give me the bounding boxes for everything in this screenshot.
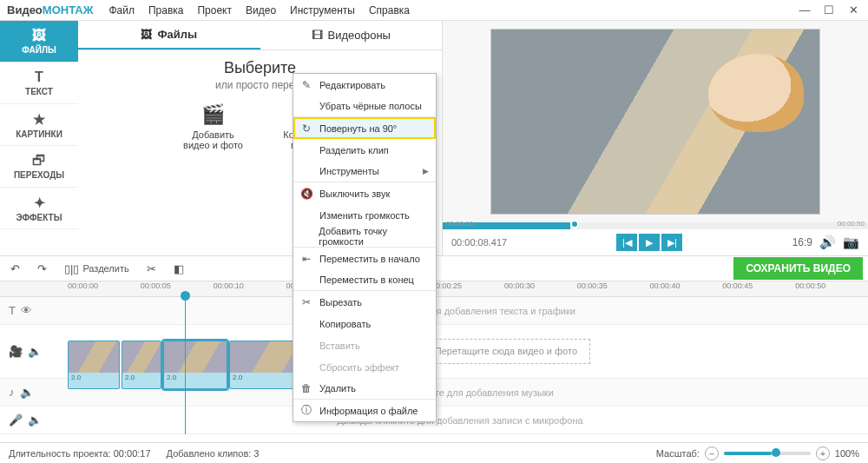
ctx-item-15[interactable]: ⓘИнформация о файле xyxy=(293,400,436,421)
ctx-item-9[interactable]: Переместить в конец xyxy=(293,269,436,291)
ctx-item-13: Сбросить эффект xyxy=(293,356,436,378)
chevron-right-icon: ▶ xyxy=(423,167,429,175)
mic-track-hint: Дважды кликните для добавления записи с … xyxy=(52,415,868,426)
side-tab-files[interactable]: 🖼ФАЙЛЫ xyxy=(0,21,78,63)
ctx-item-2[interactable]: ↻Повернуть на 90° xyxy=(293,117,436,139)
logo-part1: Видео xyxy=(7,3,43,17)
menu-video[interactable]: Видео xyxy=(246,4,276,17)
pictures-icon: ★ xyxy=(33,111,45,128)
ctx-item-7[interactable]: Добавить точку громкости xyxy=(293,226,436,248)
snapshot-icon[interactable]: 📷 xyxy=(843,235,859,250)
mute-icon[interactable]: 🔈 xyxy=(28,413,42,427)
reel-icon: 🎬 xyxy=(201,103,225,126)
play-button[interactable]: ▶ xyxy=(639,234,660,251)
menu-help[interactable]: Справка xyxy=(369,4,410,17)
ctx-item-4[interactable]: Инструменты▶ xyxy=(293,161,436,182)
project-duration: 00:00:17 xyxy=(114,448,151,459)
save-video-button[interactable]: СОХРАНИТЬ ВИДЕО xyxy=(733,257,863,280)
ctx-item-8[interactable]: ⇤Переместить в начало xyxy=(293,248,436,269)
side-tabs: 🖼ФАЙЛЫTТЕКСТ★КАРТИНКИ🗗ПЕРЕХОДЫ✦ЭФФЕКТЫ xyxy=(0,21,78,255)
ctx-item-6[interactable]: Изменить громкость xyxy=(293,204,436,226)
text-track-icon: T xyxy=(9,304,16,317)
files-icon: 🖼 xyxy=(32,28,46,43)
zoom-value: 100% xyxy=(835,448,859,459)
minimize-icon[interactable]: — xyxy=(797,3,812,17)
clip-2[interactable]: 2.0 xyxy=(163,341,227,389)
menu-project[interactable]: Проект xyxy=(197,4,232,17)
prev-frame-button[interactable]: |◀ xyxy=(616,234,637,251)
film-icon: 🎞 xyxy=(312,29,323,42)
mic-track-icon: 🎤 xyxy=(9,413,23,427)
side-tab-effects[interactable]: ✦ЭФФЕКТЫ xyxy=(0,188,78,229)
crop-button[interactable]: ◧ xyxy=(168,261,189,277)
undo-button[interactable]: ↶ xyxy=(5,261,25,277)
logo-part2: МОНТАЖ xyxy=(43,3,94,17)
zoom-label: Масштаб: xyxy=(656,448,700,459)
context-menu: ✎РедактироватьУбрать чёрные полосы↻Повер… xyxy=(293,73,437,422)
mute-icon[interactable]: 🔈 xyxy=(28,345,42,358)
video-viewport[interactable] xyxy=(443,21,868,222)
ctx-item-1[interactable]: Убрать чёрные полосы xyxy=(293,96,436,117)
clip-1[interactable]: 2.0 xyxy=(122,341,161,389)
menu-tools[interactable]: Инструменты xyxy=(290,4,355,17)
volume-icon[interactable]: 🔊 xyxy=(819,235,836,250)
undo-icon: ↶ xyxy=(10,262,20,275)
effects-icon: ✦ xyxy=(34,195,45,211)
menubar: ВидеоМОНТАЖ Файл Правка Проект Видео Инс… xyxy=(0,0,868,21)
side-tab-transitions[interactable]: 🗗ПЕРЕХОДЫ xyxy=(0,146,78,188)
ctx-item-5[interactable]: 🔇Выключить звук xyxy=(293,182,436,204)
eye-icon[interactable]: 👁 xyxy=(21,304,32,317)
split-icon: ▯|▯ xyxy=(64,262,79,275)
scissors-icon: ✂ xyxy=(147,262,156,275)
ctx-item-0[interactable]: ✎Редактировать xyxy=(293,74,436,96)
transitions-icon: 🗗 xyxy=(32,153,46,169)
clip-0[interactable]: 2.0 xyxy=(68,341,120,389)
ctx-item-12: Вставить xyxy=(293,334,436,356)
split-button[interactable]: ▯|▯Разделить xyxy=(59,261,135,277)
text-icon: T xyxy=(35,69,43,85)
music-track-icon: ♪ xyxy=(9,386,15,399)
preview-pane: 00:00:00 00:00:50 00:00:08.417 |◀ ▶ ▶| 1… xyxy=(443,21,868,255)
music-track-hint: Дважды кликните для добавления музыки xyxy=(52,387,868,398)
drop-zone[interactable]: Перетащите сюда видео и фото xyxy=(422,339,590,363)
next-frame-button[interactable]: ▶| xyxy=(661,234,682,251)
add-media-button[interactable]: 🎬Добавить видео и фото xyxy=(179,103,248,150)
ctx-item-3[interactable]: Разделить клип xyxy=(293,139,436,161)
zoom-out-button[interactable]: − xyxy=(705,446,719,460)
cut-button[interactable]: ✂ xyxy=(141,261,161,277)
redo-button[interactable]: ↷ xyxy=(32,261,52,277)
image-icon: 🖼 xyxy=(141,28,152,41)
panel-tab-backgrounds[interactable]: 🎞Видеофоны xyxy=(260,21,443,50)
redo-icon: ↷ xyxy=(37,262,47,275)
mute-icon[interactable]: 🔈 xyxy=(20,386,34,399)
clip-count: 3 xyxy=(253,448,259,459)
timecode: 00:00:08.417 xyxy=(451,237,507,248)
crop-icon: ◧ xyxy=(174,262,184,275)
video-track-icon: 🎥 xyxy=(9,345,23,358)
zoom-in-button[interactable]: + xyxy=(816,446,830,460)
files-panel: 🖼Файлы 🎞Видеофоны Выберите или просто пе… xyxy=(78,21,443,255)
close-icon[interactable]: ✕ xyxy=(845,3,861,17)
status-bar: Длительность проекта: 00:00:17 Добавлено… xyxy=(0,442,868,463)
ctx-item-14[interactable]: 🗑Удалить xyxy=(293,378,436,400)
text-track-hint: Дважды кликните для добавления текста и … xyxy=(52,306,868,316)
maximize-icon[interactable]: ☐ xyxy=(821,3,837,17)
playhead[interactable] xyxy=(185,297,186,434)
aspect-ratio[interactable]: 16:9 xyxy=(792,236,812,248)
video-frame xyxy=(490,29,820,215)
zoom-slider[interactable] xyxy=(724,452,811,455)
ctx-item-11[interactable]: Копировать xyxy=(293,313,436,334)
ctx-item-10[interactable]: ✂Вырезать xyxy=(293,291,436,313)
side-tab-text[interactable]: TТЕКСТ xyxy=(0,63,78,104)
menu-file[interactable]: Файл xyxy=(108,4,135,17)
preview-scrubber[interactable]: 00:00:00 00:00:50 xyxy=(443,222,868,229)
menu-edit[interactable]: Правка xyxy=(148,4,184,17)
side-tab-pictures[interactable]: ★КАРТИНКИ xyxy=(0,104,78,146)
panel-tab-files[interactable]: 🖼Файлы xyxy=(78,21,260,50)
